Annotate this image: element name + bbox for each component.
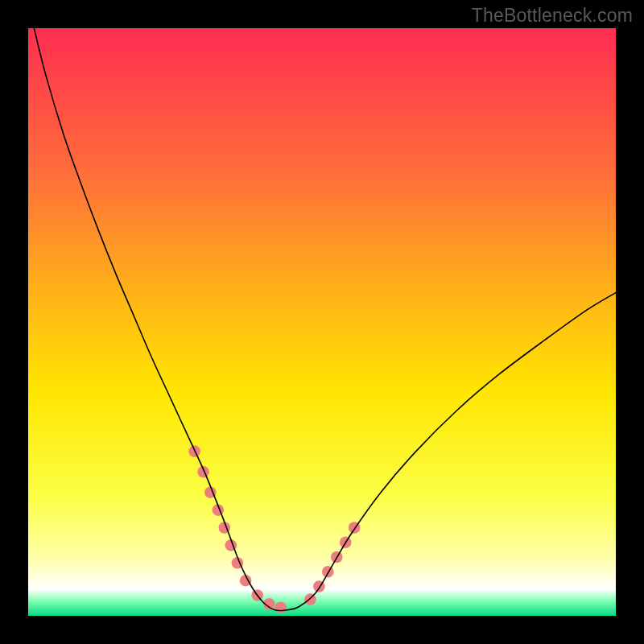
marker-dot <box>275 601 287 613</box>
chart-background-gradient <box>28 28 616 616</box>
watermark-text: TheBottleneck.com <box>472 5 633 27</box>
chart-frame: TheBottleneck.com <box>0 0 644 644</box>
marker-dot <box>322 565 334 577</box>
plot-area <box>28 28 616 616</box>
chart-svg <box>28 28 616 616</box>
